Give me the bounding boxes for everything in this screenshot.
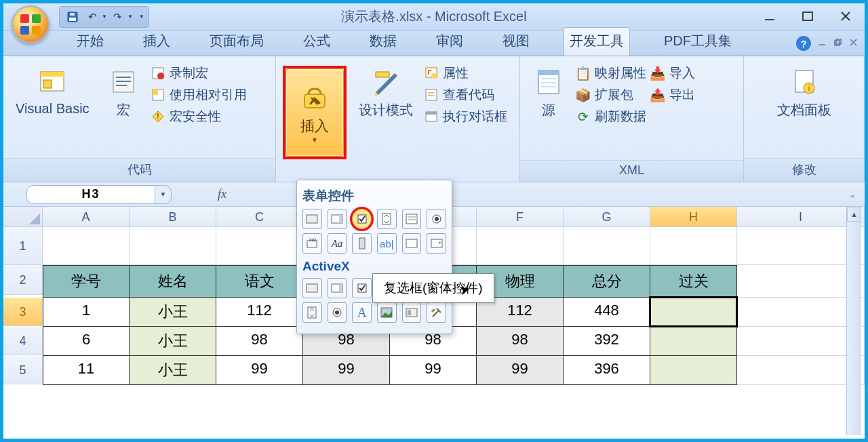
form-groupbox-icon[interactable]: xvz [302,233,322,254]
form-label-icon[interactable]: Aa [328,233,347,254]
xml-source-button[interactable]: 源 [526,63,572,122]
ax-morecontrols-icon[interactable] [427,302,446,323]
row-header-3[interactable]: 3 [3,298,43,326]
table-cell[interactable]: 98 [216,327,303,356]
document-panel-button[interactable]: i 文档面板 [770,63,838,122]
tab-page-layout[interactable]: 页面布局 [204,28,269,56]
minimize-button[interactable] [751,3,789,29]
form-textfield-icon[interactable]: ab| [377,233,397,254]
undo-button[interactable]: ↶ [83,9,101,25]
insert-controls-button[interactable]: 插入 ▼ [285,68,344,157]
table-cell[interactable]: 112 [216,298,303,327]
redo-button[interactable]: ↷ [109,9,127,25]
form-combo-icon[interactable] [402,233,422,254]
table-cell[interactable]: 小王 [130,327,216,356]
name-box-dropdown[interactable]: ▼ [155,185,172,204]
col-header-i[interactable]: I [737,207,865,227]
form-checkbox-icon[interactable] [352,209,372,229]
form-listbox-icon[interactable] [402,209,422,229]
tab-developer[interactable]: 开发工具 [564,27,630,56]
table-header[interactable]: 过关 [650,265,737,298]
name-box[interactable]: H3 [26,185,155,204]
col-header-a[interactable]: A [43,207,130,227]
tab-insert[interactable]: 插入 [138,28,176,56]
table-cell[interactable]: 98 [477,327,564,356]
select-all-corner[interactable] [3,207,43,227]
fx-button[interactable]: fx [218,187,226,201]
ax-optionbutton-icon[interactable] [328,302,347,323]
visual-basic-button[interactable]: Visual Basic [9,63,96,119]
macros-button[interactable]: 宏 [100,63,146,122]
table-cell[interactable]: 99 [303,356,390,385]
col-header-g[interactable]: G [564,207,650,227]
table-cell[interactable] [650,356,737,385]
scroll-up-icon[interactable]: ▲ [847,207,861,222]
workbook-restore[interactable] [833,37,842,49]
run-dialog-button[interactable]: 执行对话框 [424,108,507,125]
table-cell[interactable]: 448 [564,298,650,327]
table-cell[interactable]: 99 [216,356,303,385]
tab-data[interactable]: 数据 [364,28,402,56]
table-cell[interactable]: 1 [43,298,130,327]
save-button[interactable] [64,9,81,25]
cell[interactable] [43,227,130,265]
qat-customize[interactable]: ▼ [139,14,144,20]
table-cell[interactable]: 392 [564,327,650,356]
row-header-5[interactable]: 5 [3,356,43,384]
row-header-2[interactable]: 2 [3,265,43,295]
expansion-packs-button[interactable]: 📦扩展包 [576,86,646,104]
col-header-b[interactable]: B [130,207,216,227]
ax-image-icon[interactable] [377,302,397,323]
redo-dropdown[interactable]: ▼ [127,14,133,20]
refresh-data-button[interactable]: ⟳刷新数据 [576,108,646,125]
form-button-icon[interactable] [302,209,322,229]
tab-home[interactable]: 开始 [71,28,109,56]
col-header-c[interactable]: C [216,207,303,227]
use-relative-refs-button[interactable]: 使用相对引用 [151,86,247,104]
col-header-h[interactable]: H [650,207,737,227]
office-button[interactable] [12,5,50,43]
record-macro-button[interactable]: 录制宏 [151,64,247,82]
design-mode-button[interactable]: 设计模式 [352,63,420,122]
form-option-icon[interactable] [427,209,446,229]
ax-spinbutton-icon[interactable] [302,302,322,323]
tab-pdf-tools[interactable]: PDF工具集 [658,28,737,56]
form-dropdown-icon[interactable] [427,233,446,254]
form-spinner-icon[interactable] [377,209,397,229]
close-button[interactable] [827,3,865,29]
table-header[interactable]: 学号 [43,265,130,298]
expand-formula-bar[interactable]: ⌄ [844,188,861,201]
view-code-button[interactable]: 查看代码 [424,86,507,104]
table-header[interactable]: 总分 [564,265,650,298]
xml-export-button[interactable]: 📤导出 [650,86,695,104]
table-header[interactable]: 姓名 [130,265,216,298]
row-header-4[interactable]: 4 [3,327,43,355]
tab-view[interactable]: 视图 [497,28,535,56]
undo-dropdown[interactable]: ▼ [102,14,107,20]
map-properties-button[interactable]: 📋映射属性 [576,64,646,82]
ax-togglebutton-icon[interactable] [402,302,422,323]
table-cell[interactable]: 6 [43,327,130,356]
tab-review[interactable]: 审阅 [431,28,469,56]
table-cell[interactable]: 99 [477,356,564,385]
maximize-button[interactable] [789,3,827,29]
vertical-scrollbar[interactable]: ▲ [846,207,861,435]
ax-combobox-icon[interactable] [328,278,347,298]
table-cell[interactable]: 11 [43,356,130,385]
table-cell[interactable]: 小王 [130,298,216,327]
ax-checkbox-icon[interactable] [352,278,372,298]
ax-commandbutton-icon[interactable] [302,278,322,298]
ax-label-icon[interactable]: A [352,302,372,323]
col-header-f[interactable]: F [477,207,564,227]
table-header[interactable]: 语文 [216,265,303,298]
macro-security-button[interactable]: !宏安全性 [151,108,247,125]
form-combobox-icon[interactable] [328,209,347,229]
table-cell[interactable] [650,327,737,356]
help-button[interactable]: ? [796,36,811,51]
properties-button[interactable]: 属性 [424,64,507,82]
table-cell[interactable]: 396 [564,356,650,385]
table-cell[interactable]: 99 [390,356,477,385]
tab-formulas[interactable]: 公式 [298,28,336,56]
table-cell[interactable]: 小王 [130,356,216,385]
workbook-minimize[interactable] [818,37,827,49]
